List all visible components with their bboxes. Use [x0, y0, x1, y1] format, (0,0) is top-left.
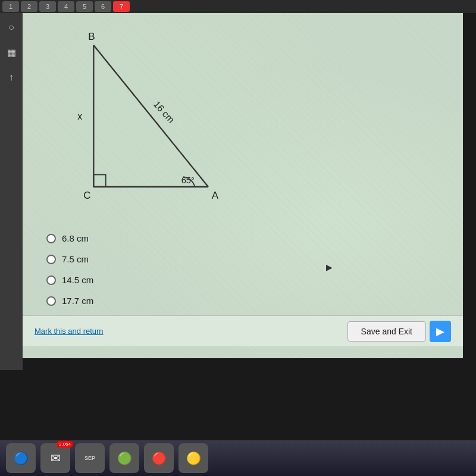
vertex-b-label: B	[88, 31, 95, 42]
triangle-diagram: B C A 16 cm x 65°	[46, 25, 249, 227]
radio-1[interactable]	[46, 234, 56, 243]
option-2-label: 7.5 cm	[62, 254, 89, 264]
diagram-area: B C A 16 cm x 65°	[46, 25, 249, 227]
taskbar-mail[interactable]: ✉ 2,064	[40, 443, 70, 473]
tab-1[interactable]: 1	[2, 1, 19, 12]
arrow-up-icon[interactable]: ↑	[3, 69, 20, 86]
options-area: 6.8 cm 7.5 cm 14.5 cm 17.7 cm	[46, 233, 93, 317]
next-button[interactable]: ▶	[430, 321, 451, 342]
top-tab-bar: 1 2 3 4 5 6 7	[0, 0, 476, 13]
next-arrow-icon: ▶	[436, 325, 444, 338]
calendar-month: SEP	[84, 455, 95, 461]
mark-return-link[interactable]: Mark this and return	[35, 327, 104, 336]
main-content: B C A 16 cm x 65° 6.8 cm 7.5 cm	[23, 13, 463, 358]
unknown-side-label: x	[77, 111, 82, 121]
tab-6[interactable]: 6	[95, 1, 111, 12]
tab-2[interactable]: 2	[21, 1, 37, 12]
tab-3[interactable]: 3	[39, 1, 56, 12]
taskbar-app3[interactable]: 🟡	[178, 443, 208, 473]
os-taskbar: 🔵 ✉ 2,064 SEP 🟢 🔴 🟡	[0, 440, 476, 476]
radio-2[interactable]	[46, 255, 56, 264]
bottom-buttons: Save and Exit ▶	[347, 321, 451, 342]
option-1[interactable]: 6.8 cm	[46, 233, 93, 243]
tab-4[interactable]: 4	[58, 1, 74, 12]
cursor	[326, 262, 333, 271]
option-4[interactable]: 17.7 cm	[46, 296, 93, 306]
left-sidebar: ○ ▦ ↑	[0, 13, 23, 370]
radio-3[interactable]	[46, 275, 56, 285]
taskbar-app1[interactable]: 🟢	[109, 443, 139, 473]
option-3-label: 14.5 cm	[62, 275, 93, 285]
svg-line-2	[93, 45, 208, 187]
calculator-icon[interactable]: ▦	[3, 44, 20, 61]
taskbar-app2[interactable]: 🔴	[144, 443, 174, 473]
vertex-a-label: A	[212, 190, 219, 201]
svg-rect-3	[93, 175, 105, 187]
radio-4[interactable]	[46, 296, 56, 306]
tab-5[interactable]: 5	[76, 1, 93, 12]
tab-7[interactable]: 7	[113, 1, 130, 12]
taskbar-calendar[interactable]: SEP	[75, 443, 105, 473]
option-2[interactable]: 7.5 cm	[46, 254, 93, 264]
taskbar-finder[interactable]: 🔵	[6, 443, 36, 473]
mail-badge: 2,064	[57, 441, 73, 447]
option-4-label: 17.7 cm	[62, 296, 93, 306]
save-exit-button[interactable]: Save and Exit	[347, 321, 426, 342]
bottom-bar: Mark this and return Save and Exit ▶	[23, 315, 463, 346]
vertex-c-label: C	[83, 190, 90, 201]
option-3[interactable]: 14.5 cm	[46, 275, 93, 285]
option-1-label: 6.8 cm	[62, 233, 89, 243]
circle-icon[interactable]: ○	[3, 19, 20, 36]
